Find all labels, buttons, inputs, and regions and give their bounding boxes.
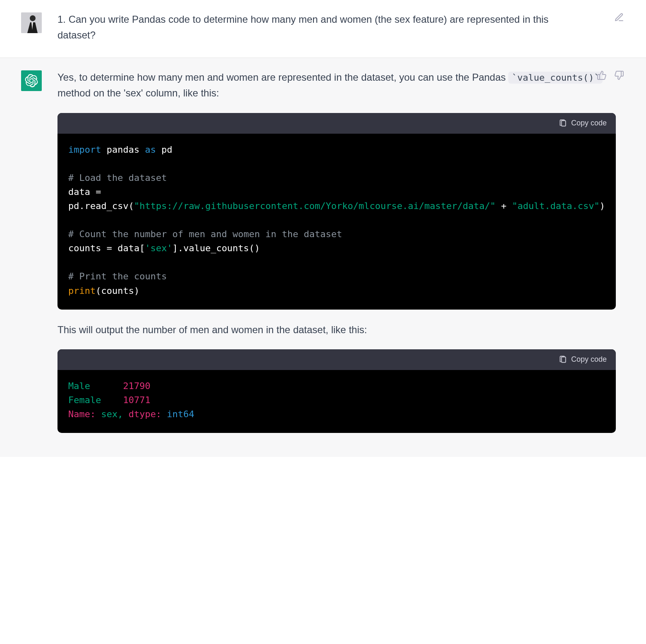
assistant-intro-prefix: Yes, to determine how many men and women… (57, 72, 508, 83)
user-message-content: 1. Can you write Pandas code to determin… (57, 12, 625, 46)
user-avatar-icon (21, 12, 42, 33)
user-message-row: 1. Can you write Pandas code to determin… (0, 0, 646, 58)
assistant-message-row: Yes, to determine how many men and women… (0, 58, 646, 457)
thumbs-down-icon[interactable] (613, 70, 625, 81)
code-body-python: import pandas as pd # Load the dataset d… (57, 134, 616, 310)
thumbs-up-icon[interactable] (596, 70, 608, 81)
copy-code-label-output: Copy code (571, 355, 607, 364)
assistant-message-content: Yes, to determine how many men and women… (57, 70, 646, 445)
clipboard-icon (559, 119, 567, 128)
user-message-text: 1. Can you write Pandas code to determin… (57, 12, 579, 43)
code-body-output: Male 21790 Female 10771 Name: sex, dtype… (57, 370, 616, 433)
code-block-output: Copy code Male 21790 Female 10771 Name: … (57, 349, 616, 433)
copy-code-button[interactable]: Copy code (559, 119, 607, 128)
svg-rect-2 (562, 120, 566, 126)
inline-code-value-counts: `value_counts()` (508, 72, 603, 84)
assistant-message-inner: Yes, to determine how many men and women… (9, 70, 637, 445)
copy-code-button-output[interactable]: Copy code (559, 355, 607, 364)
svg-rect-3 (562, 357, 566, 362)
assistant-avatar (21, 70, 42, 91)
user-message-actions (613, 12, 625, 23)
code-block-python: Copy code import pandas as pd # Load the… (57, 113, 616, 310)
svg-point-1 (30, 15, 36, 21)
assistant-intro-line: Yes, to determine how many men and women… (57, 70, 616, 101)
code-block-header: Copy code (57, 113, 616, 134)
assistant-message-actions (596, 70, 625, 81)
code-block-header-output: Copy code (57, 349, 616, 370)
assistant-intro-suffix: method on the 'sex' column, like this: (57, 87, 219, 99)
assistant-outro-line: This will output the number of men and w… (57, 322, 616, 338)
copy-code-label: Copy code (571, 119, 607, 127)
edit-icon[interactable] (613, 12, 625, 23)
clipboard-icon (559, 355, 567, 364)
user-avatar (21, 12, 42, 33)
user-message-inner: 1. Can you write Pandas code to determin… (9, 12, 637, 46)
openai-logo-icon (25, 74, 38, 87)
